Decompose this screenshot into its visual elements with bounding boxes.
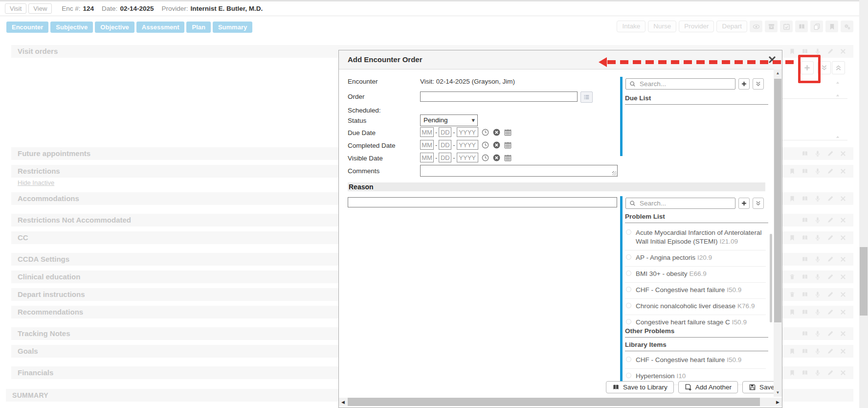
completed-date-mm-input[interactable] [420, 140, 434, 150]
due-date-mm-input[interactable] [420, 127, 434, 137]
problem-item[interactable]: Acute Myocardial Infarction of Anterolat… [625, 226, 766, 250]
clear-date-icon[interactable] [492, 141, 501, 149]
problem-item[interactable]: BMI 30+ - obesityE66.9 [625, 267, 766, 283]
section-label: Depart instructions [18, 290, 85, 298]
reason-input[interactable] [348, 197, 617, 207]
book-icon [801, 309, 808, 316]
close-icon [840, 234, 846, 241]
status-select[interactable]: Pending ▾ [420, 114, 478, 126]
problem-add-button[interactable] [738, 198, 750, 209]
due-expand-button[interactable] [753, 78, 764, 90]
radio-icon[interactable] [626, 357, 631, 362]
book-icon [798, 23, 805, 30]
dialog-vscroll-thumb[interactable] [774, 79, 781, 322]
dialog-horizontal-scrollbar[interactable]: ◀ ▶ [339, 398, 782, 406]
date-label: Date: [102, 5, 117, 12]
radio-icon[interactable] [626, 319, 631, 324]
page-scrollbar[interactable] [859, 0, 868, 408]
button-label: Add Another [695, 384, 732, 391]
calendar-icon[interactable] [504, 141, 512, 149]
chevrons-down-icon [821, 64, 828, 71]
save-to-library-button[interactable]: Save to Library [606, 381, 674, 393]
add-encounter-order-dialog: Add Encounter Order Encounter Visit: 02-… [338, 50, 782, 408]
item-name: CHF - Congestive heart failure [636, 286, 725, 294]
book-icon [801, 291, 808, 298]
nav-summary-button[interactable]: Summary [213, 22, 252, 33]
resize-grip-icon[interactable] [612, 171, 617, 176]
radio-icon[interactable] [626, 303, 631, 308]
due-search-input[interactable] [639, 80, 735, 88]
scroll-down-icon[interactable]: ▼ [774, 388, 782, 397]
clock-icon[interactable] [481, 154, 490, 162]
radio-icon[interactable] [626, 287, 631, 292]
nav-subjective-button[interactable]: Subjective [50, 22, 93, 33]
annotation-dashed-line [607, 60, 797, 64]
problem-search-input[interactable] [639, 199, 735, 207]
item-code: I20.9 [697, 254, 712, 261]
close-icon [840, 217, 846, 224]
scroll-left-icon[interactable]: ◀ [339, 398, 347, 406]
scheduled-label: Scheduled: [348, 107, 381, 114]
due-date-row: -- [420, 127, 512, 137]
dialog-hscroll-thumb[interactable] [348, 398, 760, 406]
clear-date-icon[interactable] [492, 154, 501, 162]
section-label: Clinical education [18, 272, 80, 281]
visible-date-mm-input[interactable] [420, 153, 434, 162]
completed-date-yyyy-input[interactable] [457, 140, 478, 150]
section-label: CCDA Settings [18, 255, 69, 263]
radio-icon[interactable] [626, 254, 631, 260]
section-label: Tracking Notes [18, 329, 70, 338]
button-label: Save [759, 384, 775, 391]
reason-title: Reason [349, 183, 374, 191]
visible-date-yyyy-input[interactable] [457, 153, 478, 162]
calendar-icon[interactable] [504, 154, 512, 162]
calendar-icon[interactable] [504, 128, 512, 136]
problem-list-scrollbar-thumb[interactable] [770, 234, 772, 322]
problem-item[interactable]: Congestive heart failure stage CI50.9 [625, 315, 766, 327]
tab-visit[interactable]: Visit [5, 3, 26, 14]
radio-icon[interactable] [626, 229, 631, 235]
radio-icon[interactable] [626, 373, 631, 378]
problem-expand-button[interactable] [753, 198, 764, 209]
collapse-caret-icon [835, 91, 840, 95]
book-icon-button [795, 21, 808, 32]
problem-item[interactable]: Chronic nonalcoholic liver diseaseK76.9 [625, 299, 766, 315]
page-scrollbar-thumb[interactable] [860, 247, 868, 316]
due-date-dd-input[interactable] [439, 127, 451, 137]
tab-view[interactable]: View [28, 3, 52, 14]
pencil-icon [827, 273, 834, 280]
enc-number-value: 124 [83, 5, 94, 12]
clock-icon[interactable] [481, 128, 490, 136]
section-actions [801, 150, 846, 157]
section-nav-buttons: EncounterSubjectiveObjectiveAssessmentPl… [6, 22, 252, 33]
dialog-vertical-scrollbar[interactable]: ▲ ▼ [774, 69, 782, 397]
nav-assessment-button[interactable]: Assessment [136, 22, 185, 33]
role-intake-button: Intake [617, 21, 645, 32]
clear-date-icon[interactable] [492, 128, 501, 136]
tri-up-icon [835, 135, 840, 139]
nav-encounter-button[interactable]: Encounter [6, 22, 48, 33]
section-navbar: EncounterSubjectiveObjectiveAssessmentPl… [0, 16, 859, 34]
section-label: Restrictions Not Accommodated [18, 216, 131, 224]
scroll-up-icon[interactable]: ▲ [774, 69, 782, 77]
problem-item[interactable]: CHF - Congestive heart failureI50.9 [625, 283, 766, 299]
nav-objective-button[interactable]: Objective [95, 22, 134, 33]
order-input[interactable] [420, 91, 578, 102]
library-item[interactable]: CHF - Congestive heart failureI50.9 [625, 353, 766, 369]
order-lookup-button[interactable] [580, 91, 593, 103]
scroll-right-icon[interactable]: ▶ [774, 398, 782, 406]
close-icon [840, 195, 846, 202]
comments-input[interactable] [421, 165, 617, 176]
due-date-yyyy-input[interactable] [457, 127, 478, 137]
problem-item[interactable]: AP - Angina pectorisI20.9 [625, 250, 766, 267]
section-label: Goals [18, 347, 38, 355]
due-add-button[interactable] [738, 78, 750, 90]
plus-icon [741, 200, 747, 206]
completed-date-dd-input[interactable] [439, 140, 451, 150]
nav-plan-button[interactable]: Plan [186, 22, 210, 33]
pencil-icon [827, 330, 834, 337]
clock-icon[interactable] [481, 141, 490, 149]
add-another-button[interactable]: Add Another [678, 381, 738, 393]
visible-date-dd-input[interactable] [439, 153, 451, 162]
radio-icon[interactable] [626, 271, 631, 276]
